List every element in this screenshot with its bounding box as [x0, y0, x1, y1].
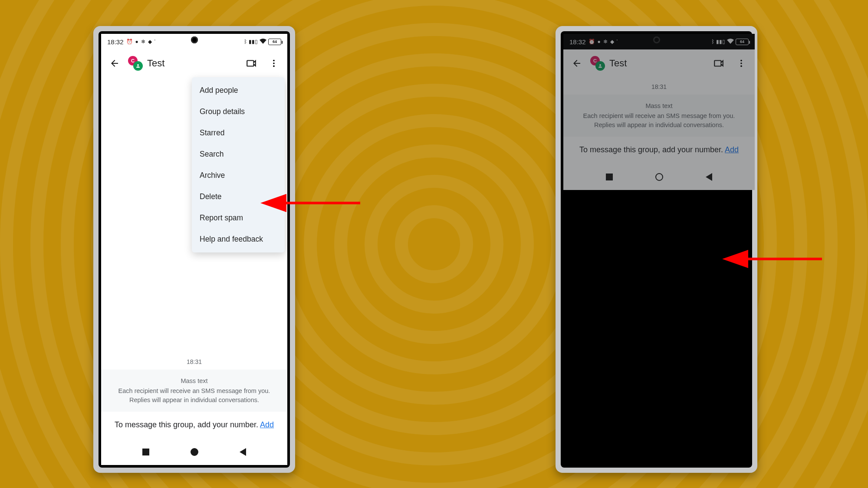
mass-text-line2: Replies will appear in individual conver… [112, 396, 277, 405]
phone-left: 18:32 ⏰ ● ❄ ◆ • ᛒ ▮▮▯ 64 [93, 26, 295, 473]
svg-marker-7 [260, 194, 286, 212]
status-diamond-icon: ◆ [148, 39, 152, 45]
nav-home-button[interactable] [191, 448, 198, 456]
menu-starred[interactable]: Starred [192, 122, 285, 144]
menu-search[interactable]: Search [192, 144, 285, 165]
menu-group-details[interactable]: Group details [192, 101, 285, 122]
video-call-button[interactable] [242, 54, 260, 72]
add-number-link[interactable]: Add [260, 420, 274, 429]
app-header: C Test [101, 49, 287, 77]
group-avatar[interactable]: C [128, 56, 143, 71]
mass-text-title: Mass text [112, 377, 277, 386]
bluetooth-icon: ᛒ [244, 39, 247, 45]
svg-point-2 [273, 66, 275, 67]
annotation-arrow-left [260, 192, 360, 214]
status-snow-icon: ❄ [141, 39, 145, 45]
annotation-arrow-right [722, 248, 822, 270]
menu-archive[interactable]: Archive [192, 165, 285, 186]
svg-point-0 [273, 60, 275, 62]
more-options-button[interactable] [265, 54, 283, 72]
add-number-bar: To message this group, add your number. … [101, 412, 287, 439]
back-button[interactable] [105, 54, 124, 72]
status-more-icon: • [155, 39, 156, 41]
wifi-icon [260, 39, 266, 45]
nav-back-button[interactable] [240, 448, 246, 456]
status-dot-icon: ● [135, 39, 138, 45]
mass-text-notice: Mass text Each recipient will receive an… [101, 370, 287, 412]
nav-recents-button[interactable] [142, 449, 149, 455]
message-timestamp: 18:31 [101, 352, 287, 370]
camera-hole [191, 36, 198, 43]
android-navbar [101, 439, 287, 465]
avatar-person-icon [133, 61, 143, 71]
battery-icon: 64 [268, 39, 281, 45]
menu-add-people[interactable]: Add people [192, 80, 285, 101]
alarm-icon: ⏰ [126, 39, 133, 45]
overflow-menu: Add people Group details Starred Search … [192, 77, 285, 252]
mass-text-line1: Each recipient will receive an SMS messa… [112, 386, 277, 396]
menu-help-feedback[interactable]: Help and feedback [192, 229, 285, 250]
svg-marker-9 [722, 250, 748, 268]
signal-icon: ▮▮▯ [249, 39, 258, 45]
status-time: 18:32 [107, 38, 124, 46]
svg-point-1 [273, 62, 275, 64]
modal-scrim[interactable] [563, 34, 755, 190]
add-number-prompt: To message this group, add your number. [115, 420, 260, 429]
conversation-title[interactable]: Test [147, 58, 164, 69]
